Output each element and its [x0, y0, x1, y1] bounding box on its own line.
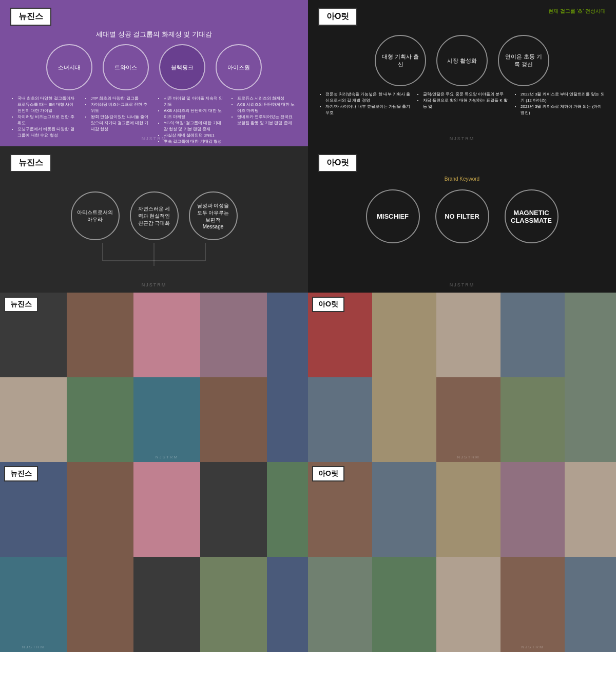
- watermark-photo: NJSTRM: [521, 645, 544, 649]
- photo-16: [308, 377, 372, 462]
- ao-photo-right-4: NJSTRM: [308, 557, 616, 652]
- circle-nj2-message: 남성과 여성을 모두 아우루는 보편적 Message: [189, 191, 238, 240]
- photo-32: [67, 557, 133, 652]
- photo-19: [500, 377, 565, 462]
- bullet-item: 프로듀스 시리즈의 화제성: [237, 95, 298, 102]
- bullet-item: 사실상 재네 설레인던 2NE1: [164, 132, 225, 139]
- photo-row-4: NJSTRM NJSTRM: [0, 557, 616, 652]
- photo-5: [267, 293, 308, 377]
- circle-blackpink: 블랙핑크: [159, 44, 205, 90]
- aotm-badge-2: 아O릿: [318, 154, 357, 172]
- bullet-col-4: 프로듀스 시리즈의 화제성 AKB 시리즈의 탄탄하게 대한 노이즈 마케팅 엔…: [230, 95, 298, 145]
- bullet-item: 후속 걸그룹에 대한 기대감 형성: [164, 139, 225, 145]
- nj-photo-left-2: NJSTRM: [0, 377, 308, 462]
- top-row: 뉴진스 세대별 성공 걸그룹의 화제성 및 기대감 소녀시대 트와이스 블랙핑크: [0, 0, 616, 146]
- photo-3: [133, 293, 200, 377]
- photo-13: NJSTRM: [133, 377, 200, 462]
- circle-item: 아이즈원: [216, 44, 262, 90]
- connector-svg: [77, 240, 231, 266]
- photo-35: [267, 557, 308, 652]
- aotm-top-label: 현재 걸그룹 '초' 전성시대: [548, 8, 606, 15]
- circle-nofilter: NO FILTER: [435, 189, 489, 243]
- watermark: NJSTRM: [142, 282, 167, 287]
- bullet-item: 모닝구룹에서 비롯된 다양한 걸그룹에 대한 수요 형성: [17, 126, 79, 139]
- photo-9: [500, 293, 565, 377]
- bullet-item: 글력/엔탈은 주요 중문 목오앙 이야들의 분주: [423, 91, 508, 98]
- circle-twice: 트와이스: [103, 44, 149, 90]
- newjeans-second-section: 뉴진스 아티스트로서의 아우라 자연스러운 세력과 현실적인 친근감 극대화 남…: [0, 146, 308, 293]
- circle-record: 연이은 초동 기록 갱신: [498, 35, 549, 86]
- photo-27: [372, 462, 436, 557]
- ao-photo-right-3: 아O릿: [308, 462, 616, 557]
- newjeans-circles-row: 소녀시대 트와이스 블랙핑크 아이즈원: [10, 44, 298, 90]
- circle-magnetic: MAGNETIC CLASSMATE: [505, 189, 559, 243]
- photo-11: [0, 377, 67, 462]
- newjeans-badge-2: 뉴진스: [10, 154, 51, 172]
- bullet-col-3: 시즌 바이럴 및 아이돌 지속적 인기도 AKB 시리즈의 탄탄하게 대한 노이…: [157, 95, 225, 145]
- photo-2: [67, 293, 133, 377]
- nj-photo-left-4: NJSTRM: [0, 557, 308, 652]
- circle-item: 대형 기획사 출신: [375, 35, 426, 86]
- bullet-item: JYP 최초의 다양한 걸그룹: [91, 95, 152, 102]
- aotm-top-section: 아O릿 현재 걸그룹 '초' 전성시대 대형 기획사 출신 시장 활성화 연이은…: [308, 0, 616, 146]
- photo-40: [565, 557, 616, 652]
- photo-31: NJSTRM: [0, 557, 67, 652]
- bullet-item: 전문성 처리방속을 가능넣은 한 내부 기획사 출신으로서의 길 개별 경영: [325, 91, 411, 104]
- watermark: NJSTRM: [142, 136, 167, 141]
- bullet-item: 2023년 3월 케이스로 처하이 가해 되는 (아이엠진): [521, 104, 606, 116]
- bullet-item: 왕희 안심/감이있던 냐너들 줄어있으며 지거다 걸그룹에 대한 기대감 형성: [91, 114, 152, 132]
- circle-agency: 대형 기획사 출신: [375, 35, 426, 86]
- brand-keyword-label: Brand Keyword: [318, 176, 606, 182]
- circle-nj2-aura: 아티스트로서의 아우라: [71, 191, 120, 240]
- aotm-circles-row: 대형 기획사 출신 시장 활성화 연이은 초동 기록 갱신: [318, 35, 606, 86]
- photo-36: [308, 557, 372, 652]
- photo-12: [67, 377, 133, 462]
- photo-row-3: 뉴진스 아O릿: [0, 462, 616, 557]
- photo-22: [67, 462, 133, 557]
- brand-keyword-circles: MISCHIEF NO FILTER MAGNETIC CLASSMATE: [318, 189, 606, 243]
- circle-item: 연이은 초동 기록 갱신: [498, 35, 549, 86]
- photo-33: [133, 557, 200, 652]
- photo-10: [565, 293, 616, 377]
- photo-34: [200, 557, 267, 652]
- photo-29: [500, 462, 565, 557]
- bullet-col-a3: 2022년 3월 케이스로 부터 엔탈트리를 앞는 되기 (12 아이즈) 20…: [513, 91, 606, 116]
- bullet-item: 자이러딩 비즈는그프로 전한 추위도: [17, 114, 79, 126]
- ao-photo-right-2: NJSTRM: [308, 377, 616, 462]
- photo-39: NJSTRM: [500, 557, 565, 652]
- photo-14: [200, 377, 267, 462]
- photo-25: [267, 462, 308, 557]
- photo-30: [565, 462, 616, 557]
- watermark: NJSTRM: [450, 136, 475, 141]
- nj-photo-left-1: 뉴진스: [0, 293, 308, 377]
- watermark-photo: NJSTRM: [156, 455, 178, 459]
- watermark: NJSTRM: [450, 282, 475, 287]
- circle-item: 블랙핑크: [159, 44, 205, 90]
- aotm-badge: 아O릿: [318, 8, 357, 26]
- nj2-circles: 아티스트로서의 아우라 자연스러운 세력과 현실적인 친근감 극대화 남성과 여…: [10, 191, 298, 240]
- newjeans-top-section: 뉴진스 세대별 성공 걸그룹의 화제성 및 기대감 소녀시대 트와이스 블랙핑크: [0, 0, 308, 146]
- bullet-col-a2: 글력/엔탈은 주요 중문 목오앙 이야들의 분주 자담 플랜으로 확인 대해 가…: [416, 91, 508, 116]
- bullet-item: YG의 '액짐' 걸그룹에 대한 기대감 형성 및 기본 팬덤 존재: [164, 120, 225, 132]
- nj-photo-badge-3: 뉴진스: [4, 466, 38, 481]
- nj-photo-left-3: 뉴진스: [0, 462, 308, 557]
- bullet-item: 국내 최초의 다양한 걸그룹이자 프로듀스를 따는 BM 대형 사이 전인미 대…: [17, 95, 79, 114]
- bullet-item: AKB 시리즈의 탄탄하게 대한 노이즈 마케팅: [237, 102, 298, 114]
- circle-nj2-charm: 자연스러운 세력과 현실적인 친근감 극대화: [130, 191, 179, 240]
- photo-38: [436, 557, 500, 652]
- circle-item: 시장 활성화: [436, 35, 488, 86]
- photo-row-1: 뉴진스 아O릿: [0, 293, 616, 377]
- bullet-item: 엔네트카 연루되어있는 전국표 보컬팀 활동 및 기본 팬덤 존재: [237, 114, 298, 126]
- photo-15: [267, 377, 308, 462]
- bullet-item: 자담 플랜으로 확인 대해 가방하는 표결들 K 활동 및: [423, 98, 508, 110]
- bullet-item: 자이러딩 비즈는그프로 전한 추위도: [91, 102, 152, 114]
- bullet-item: 2022년 3월 케이스로 부터 엔탈트리를 앞는 되기 (12 아이즈): [521, 91, 606, 104]
- circle-item: 소녀시대: [46, 44, 92, 90]
- photo-18: NJSTRM: [436, 377, 500, 462]
- bullet-item: 자기/자 사이어나 내부 효율보이는 가담을 출겨 무호: [325, 104, 411, 116]
- ao-photo-badge-1: 아O릿: [312, 297, 344, 312]
- watermark-photo: NJSTRM: [457, 455, 479, 459]
- circle-item: 트와이스: [103, 44, 149, 90]
- aotm-second-section: 아O릿 Brand Keyword MISCHIEF NO FILTER MAG…: [308, 146, 616, 293]
- aotm-bullet-cols: 전문성 처리방속을 가능넣은 한 내부 기획사 출신으로서의 길 개별 경영 자…: [318, 91, 606, 116]
